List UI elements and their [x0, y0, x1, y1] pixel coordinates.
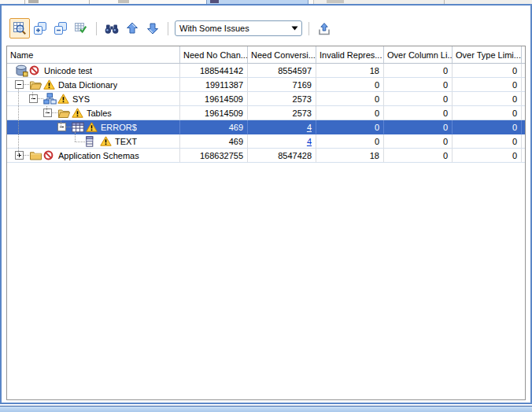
value-cell: 2573 — [248, 92, 316, 106]
value-cell: 8554597 — [248, 64, 316, 78]
collapse-all-button[interactable] — [50, 18, 71, 39]
expand-all-icon — [33, 21, 47, 35]
value-cell: 0 — [453, 78, 522, 92]
name-cell: Application Schemas — [7, 149, 180, 163]
chevron-down-icon[interactable] — [287, 26, 301, 31]
tree-node-label: TEXT — [115, 137, 137, 146]
column-header-name[interactable]: Name — [7, 46, 180, 63]
tree-guide-line — [61, 120, 61, 127]
column-header-filler — [522, 46, 525, 63]
expand-toggle-icon[interactable] — [15, 151, 24, 160]
value-cell: 18 — [316, 64, 384, 78]
toggle-checked-rows-button[interactable] — [71, 18, 91, 39]
value-cell: 19614509 — [180, 106, 248, 120]
issues-filter-dropdown[interactable]: With Some Issues — [175, 20, 302, 36]
value-cell: 18 — [316, 149, 384, 163]
next-issue-button[interactable] — [142, 18, 163, 39]
expander-slot — [15, 149, 29, 163]
tree-table-row[interactable]: Unicode test18854414285545971800 — [7, 64, 525, 78]
value-cell: 469 — [180, 134, 248, 149]
tree-guide-line — [75, 142, 85, 142]
value-cell: 0 — [453, 64, 522, 78]
column-header-5[interactable]: Over Type Limi... — [453, 46, 522, 63]
tree-table-row[interactable]: ERROR$4694000 — [7, 120, 525, 134]
arrow-up-icon — [125, 21, 139, 35]
tree-connector — [24, 155, 29, 156]
value-cell: 0 — [384, 78, 453, 92]
value-cell: 0 — [316, 92, 384, 106]
tree-guide-line — [75, 132, 76, 142]
tab-icon — [327, 0, 344, 3]
value-cell: 469 — [180, 120, 248, 134]
arrow-down-icon — [146, 21, 160, 35]
bottom-strip — [0, 406, 532, 412]
export-report-button[interactable] — [314, 18, 334, 39]
tree-table-row[interactable]: Tables196145092573000 — [7, 106, 525, 120]
collapse-toggle-icon[interactable] — [29, 94, 38, 103]
tree-table-row[interactable]: Data Dictionary199113877169000 — [7, 78, 525, 92]
column-icon — [86, 135, 100, 148]
scan-results-table: NameNeed No Chan...Need Conversi...Inval… — [6, 46, 526, 400]
blocked-icon — [43, 150, 55, 161]
blocked-icon — [29, 65, 41, 76]
expander-slot — [57, 120, 72, 134]
row-filler — [522, 120, 525, 134]
column-header-4[interactable]: Over Column Li... — [384, 46, 453, 63]
schema-icon — [43, 93, 57, 105]
value-cell: 0 — [453, 120, 522, 134]
value-cell: 0 — [453, 134, 522, 149]
tree-connector — [66, 127, 72, 127]
warning-icon — [43, 79, 55, 90]
collapse-toggle-icon[interactable] — [15, 80, 24, 89]
value-cell: 0 — [384, 92, 453, 106]
previous-issue-button[interactable] — [122, 18, 142, 39]
value-cell: 168632755 — [180, 149, 248, 163]
grid-magnifier-icon — [13, 21, 27, 35]
value-cell: 0 — [384, 64, 453, 78]
column-header-1[interactable]: Need No Chan... — [180, 46, 248, 63]
name-cell: SYS — [7, 92, 180, 106]
value-cell: 0 — [453, 106, 522, 120]
value-cell: 0 — [453, 92, 522, 106]
collapse-all-icon — [54, 21, 68, 35]
customize-scan-report-button[interactable] — [9, 18, 30, 39]
toolbar: With Some Issues — [9, 18, 334, 39]
toolbar-separator — [168, 22, 168, 35]
value-cell: 19911387 — [180, 78, 248, 92]
value-cell: 7169 — [248, 78, 316, 92]
tree-guide-line — [46, 106, 47, 113]
tree-table-row[interactable]: SYS196145092573000 — [7, 92, 525, 106]
value-cell: 0 — [316, 78, 384, 92]
tree-guide-line — [32, 92, 33, 99]
value-cell: 0 — [384, 120, 453, 134]
expander-slot — [29, 92, 43, 106]
row-filler — [522, 64, 525, 78]
find-button[interactable] — [102, 18, 122, 39]
column-header-2[interactable]: Need Conversi... — [248, 46, 316, 63]
name-cell: Data Dictionary — [7, 78, 180, 92]
warning-icon — [57, 94, 69, 105]
value-cell: 0 — [316, 134, 384, 149]
folder-open-icon — [29, 79, 43, 91]
column-header-3[interactable]: Invalid Repres... — [316, 46, 384, 63]
row-filler — [522, 134, 525, 149]
tree-guide-line — [18, 89, 19, 156]
tree-node-label: Data Dictionary — [58, 80, 117, 90]
tab-icon — [210, 0, 219, 3]
collapse-toggle-icon[interactable] — [43, 109, 52, 117]
collapse-toggle-icon[interactable] — [57, 123, 66, 131]
tree-connector — [24, 84, 29, 85]
dmu-scan-report-screen: With Some Issues NameNeed No Chan...Need… — [0, 0, 532, 412]
tree-node-label: ERROR$ — [101, 123, 137, 132]
name-cell: TEXT — [7, 134, 180, 149]
tree-node-label: Unicode test — [44, 66, 92, 75]
expand-all-button[interactable] — [30, 18, 50, 39]
issue-count-link[interactable]: 4 — [307, 123, 312, 132]
value-cell: 19614509 — [180, 92, 248, 106]
tree-node-label: SYS — [72, 94, 90, 104]
value-cell: 8547428 — [248, 149, 316, 163]
folder-closed-icon — [29, 149, 43, 162]
tree-connector — [52, 112, 57, 113]
issue-count-link[interactable]: 4 — [307, 137, 312, 146]
tree-table-row[interactable]: Application Schemas16863275585474281800 — [7, 149, 525, 163]
